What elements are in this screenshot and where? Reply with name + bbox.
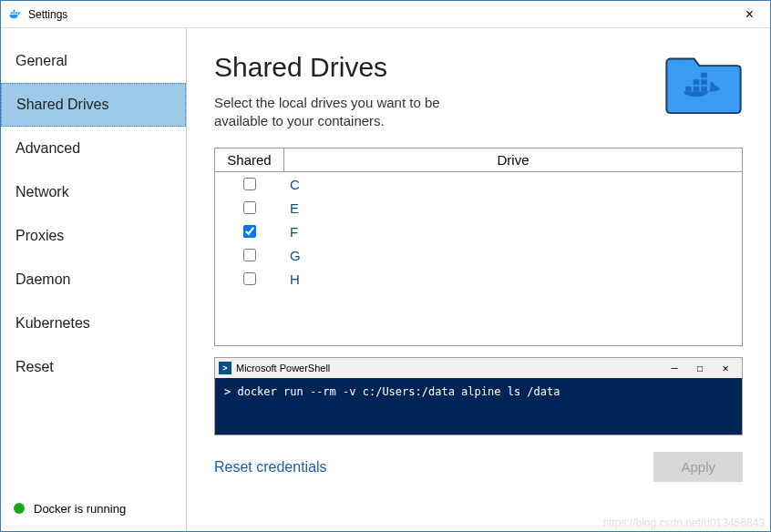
titlebar: Settings × — [1, 1, 770, 28]
sidebar-item-proxies[interactable]: Proxies — [1, 214, 186, 258]
docker-icon — [8, 7, 23, 22]
main-panel: Shared Drives Select the local drives yo… — [187, 28, 770, 531]
page-subtitle: Select the local drives you want to be a… — [214, 94, 488, 129]
cell-shared — [215, 178, 284, 190]
footer-row: Reset credentials Apply — [214, 452, 743, 482]
sidebar-item-daemon[interactable]: Daemon — [1, 258, 186, 302]
drive-label[interactable]: H — [284, 271, 742, 287]
sidebar-item-shared-drives[interactable]: Shared Drives — [1, 83, 186, 127]
status-dot-icon — [14, 503, 25, 514]
sidebar-item-network[interactable]: Network — [1, 170, 186, 214]
powershell-title: Microsoft PowerShell — [236, 363, 662, 373]
cell-shared — [215, 201, 284, 214]
drive-checkbox-c[interactable] — [243, 178, 256, 190]
table-row: F — [215, 220, 742, 243]
powershell-minimize-button[interactable]: — — [662, 362, 687, 374]
apply-button[interactable]: Apply — [653, 452, 743, 482]
col-header-shared: Shared — [215, 148, 284, 171]
table-header: Shared Drive — [215, 148, 742, 172]
powershell-window: > Microsoft PowerShell — ☐ ✕ > docker ru… — [214, 357, 743, 435]
sidebar: GeneralShared DrivesAdvancedNetworkProxi… — [1, 28, 187, 531]
drive-checkbox-f[interactable] — [243, 225, 256, 238]
sidebar-item-general[interactable]: General — [1, 39, 186, 83]
cell-shared — [215, 272, 284, 285]
svg-rect-1 — [694, 87, 700, 92]
table-body: CEFGH — [215, 172, 742, 291]
drive-checkbox-g[interactable] — [243, 249, 256, 261]
drive-label[interactable]: G — [284, 248, 742, 263]
powershell-titlebar: > Microsoft PowerShell — ☐ ✕ — [215, 358, 742, 378]
drives-table: Shared Drive CEFGH — [214, 148, 743, 346]
table-row: E — [215, 196, 742, 220]
drive-checkbox-e[interactable] — [243, 201, 256, 214]
header-row: Shared Drives Select the local drives yo… — [214, 52, 743, 129]
status-bar: Docker is running — [1, 486, 186, 531]
svg-rect-4 — [701, 79, 707, 85]
sidebar-item-reset[interactable]: Reset — [1, 345, 186, 389]
table-row: G — [215, 243, 742, 267]
watermark-text: https://blog.csdn.net/u013456843 — [603, 517, 765, 529]
page-title: Shared Drives — [214, 52, 488, 83]
drive-label[interactable]: E — [284, 200, 742, 216]
cell-shared — [215, 225, 284, 238]
drive-checkbox-h[interactable] — [243, 272, 256, 285]
drive-label[interactable]: F — [284, 224, 742, 240]
svg-rect-3 — [694, 79, 700, 85]
table-row: C — [215, 172, 742, 196]
powershell-icon: > — [219, 362, 231, 374]
status-text: Docker is running — [34, 502, 126, 516]
sidebar-nav: GeneralShared DrivesAdvancedNetworkProxi… — [1, 28, 186, 486]
settings-window: Settings × GeneralShared DrivesAdvancedN… — [0, 0, 771, 532]
cell-shared — [215, 249, 284, 261]
window-body: GeneralShared DrivesAdvancedNetworkProxi… — [1, 28, 770, 531]
table-row: H — [215, 267, 742, 291]
reset-credentials-link[interactable]: Reset credentials — [214, 459, 327, 476]
header-text: Shared Drives Select the local drives yo… — [214, 52, 488, 129]
shared-drives-folder-icon — [664, 52, 743, 116]
powershell-close-button[interactable]: ✕ — [713, 362, 738, 374]
window-close-button[interactable]: × — [736, 5, 763, 25]
powershell-command: > docker run --rm -v c:/Users:/data alpi… — [224, 385, 560, 398]
sidebar-item-advanced[interactable]: Advanced — [1, 127, 186, 170]
window-title: Settings — [28, 8, 736, 21]
powershell-maximize-button[interactable]: ☐ — [687, 362, 713, 374]
svg-rect-0 — [685, 87, 692, 92]
svg-rect-5 — [701, 73, 707, 78]
powershell-body: > docker run --rm -v c:/Users:/data alpi… — [215, 378, 742, 435]
drive-label[interactable]: C — [284, 177, 742, 192]
svg-rect-2 — [701, 87, 707, 92]
sidebar-item-kubernetes[interactable]: Kubernetes — [1, 302, 186, 345]
col-header-drive: Drive — [284, 148, 742, 171]
